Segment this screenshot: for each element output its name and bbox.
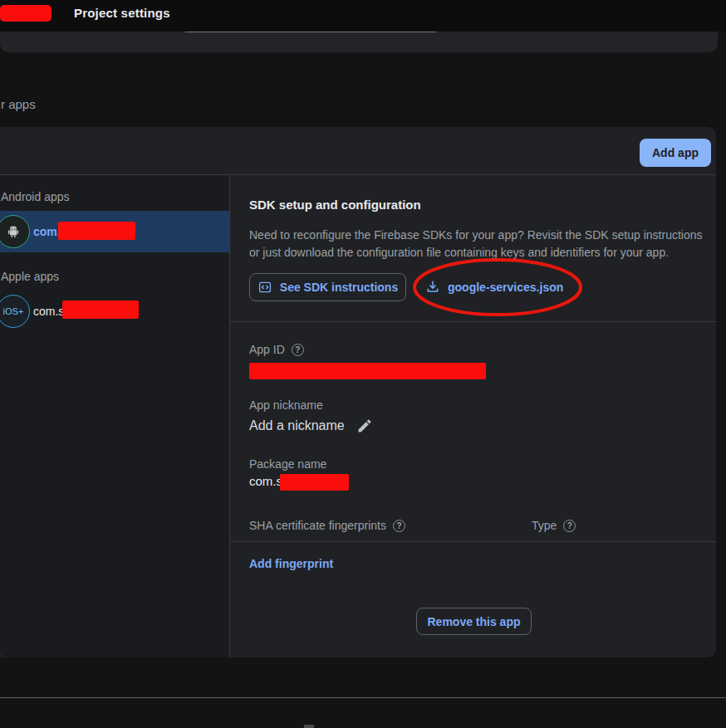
help-icon[interactable]: ? bbox=[292, 344, 304, 356]
edit-icon[interactable] bbox=[356, 418, 373, 434]
cropped-footer-element bbox=[304, 725, 314, 728]
android-icon bbox=[0, 215, 30, 248]
ios-icon: iOS+ bbox=[0, 295, 30, 328]
see-sdk-instructions-label: See SDK instructions bbox=[280, 281, 398, 294]
firebase-project-settings-page: Project settings r apps Add app Android … bbox=[0, 0, 726, 728]
app-nickname-label: App nickname bbox=[249, 398, 323, 412]
redaction-box-android-app-name bbox=[58, 222, 135, 240]
fingerprint-table-divider bbox=[230, 541, 716, 542]
help-icon[interactable]: ? bbox=[563, 520, 576, 532]
sdk-setup-heading: SDK setup and configuration bbox=[249, 198, 421, 212]
add-fingerprint-link[interactable]: Add fingerprint bbox=[249, 557, 333, 570]
android-app-name: com. bbox=[33, 225, 61, 238]
redaction-box-package-name bbox=[280, 474, 349, 491]
app-nickname-value: Add a nickname bbox=[249, 418, 345, 433]
sidebar-vertical-divider bbox=[229, 175, 230, 657]
top-app-bar: Project settings bbox=[0, 0, 726, 32]
apple-app-name: com.s bbox=[33, 305, 64, 318]
add-app-button[interactable]: Add app bbox=[640, 139, 711, 167]
google-services-json-button[interactable]: google-services.json bbox=[425, 273, 563, 301]
android-apps-group-label: Android apps bbox=[1, 190, 70, 203]
redaction-box-app-id bbox=[249, 363, 486, 379]
remove-this-app-button[interactable]: Remove this app bbox=[416, 608, 532, 635]
type-header-row: Type ? bbox=[532, 519, 576, 532]
redaction-box-logo bbox=[0, 5, 52, 22]
see-sdk-instructions-button[interactable]: See SDK instructions bbox=[249, 273, 406, 301]
footer-divider bbox=[0, 697, 726, 698]
download-icon bbox=[425, 280, 440, 295]
package-name-label: Package name bbox=[249, 457, 326, 471]
google-services-json-label: google-services.json bbox=[448, 281, 563, 294]
app-id-label-row: App ID ? bbox=[249, 343, 304, 356]
sha-fingerprints-header-row: SHA certificate fingerprints ? bbox=[249, 519, 405, 532]
apple-apps-group-label: Apple apps bbox=[1, 270, 59, 283]
type-header: Type bbox=[532, 519, 557, 532]
sdk-setup-description: Need to reconfigure the Firebase SDKs fo… bbox=[249, 227, 704, 261]
app-list-item-android[interactable]: com. bbox=[0, 211, 229, 252]
redaction-box-apple-app-name bbox=[62, 300, 139, 319]
page-title: Project settings bbox=[74, 6, 170, 20]
app-list-item-apple[interactable]: iOS+ com.s bbox=[0, 291, 229, 332]
ios-badge-text: iOS+ bbox=[3, 306, 24, 316]
upper-card-bottom-edge bbox=[0, 32, 718, 52]
sdk-section-divider bbox=[230, 321, 716, 322]
app-id-label: App ID bbox=[249, 343, 285, 356]
sdk-code-icon bbox=[258, 280, 272, 295]
sha-fingerprints-header: SHA certificate fingerprints bbox=[249, 519, 386, 532]
package-name-value: com.s bbox=[249, 474, 282, 488]
app-nickname-value-row: Add a nickname bbox=[249, 418, 373, 434]
help-icon[interactable]: ? bbox=[393, 520, 405, 532]
your-apps-heading: r apps bbox=[1, 97, 36, 111]
